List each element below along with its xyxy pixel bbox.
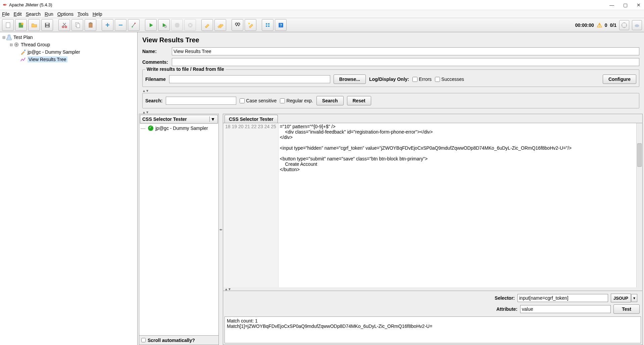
name-input[interactable] <box>172 47 639 55</box>
case-checkbox[interactable]: Case sensitive <box>240 98 277 103</box>
browse-button[interactable]: Browse... <box>334 75 366 84</box>
cut-button[interactable] <box>58 19 70 31</box>
expand-button[interactable]: + <box>102 19 113 31</box>
chevron-down-icon[interactable]: ▼ <box>631 294 637 302</box>
help-button[interactable]: ? <box>275 19 287 31</box>
response-code-area[interactable]: 18 19 20 21 22 23 24 25 ="10" pattern="^… <box>223 123 642 287</box>
svg-point-16 <box>235 23 238 25</box>
menu-tools[interactable]: Tools <box>78 11 89 17</box>
search-input[interactable] <box>166 97 236 105</box>
tree-toggle-icon[interactable]: ⊟ <box>1 35 6 40</box>
app-icon: ✒ <box>3 2 7 8</box>
tab-css-tester[interactable]: CSS Selector Tester <box>225 115 278 123</box>
svg-point-14 <box>164 25 166 28</box>
file-legend: Write results to file / Read from file <box>145 66 226 72</box>
svg-point-13 <box>134 22 135 23</box>
success-icon <box>148 126 153 131</box>
reset-search-button[interactable] <box>245 19 256 31</box>
svg-point-6 <box>62 26 64 28</box>
results-tree[interactable]: — jp@gc - Dummy Sampler <box>139 124 218 335</box>
maximize-button[interactable]: ▢ <box>623 2 628 8</box>
tree-toggle-icon[interactable]: ⊟ <box>9 43 13 47</box>
collapse-arrows-3[interactable]: ▲▼ <box>223 287 642 291</box>
filename-input[interactable] <box>169 75 330 83</box>
start-no-timers-button[interactable] <box>158 19 170 31</box>
paste-button[interactable] <box>85 19 96 31</box>
logonly-label: Log/Display Only: <box>369 77 409 82</box>
copy-button[interactable] <box>71 19 83 31</box>
menu-file[interactable]: File <box>2 11 10 17</box>
search-fieldset: Search: Case sensitive Regular exp. Sear… <box>142 93 639 108</box>
collapse-button[interactable]: − <box>115 19 127 31</box>
successes-checkbox[interactable]: Successes <box>435 77 464 82</box>
collapse-arrows[interactable]: ▲▼ <box>138 89 644 92</box>
match-results[interactable]: Match count: 1 Match[1]=jZWOYBqFDvEjoCxS… <box>225 316 641 343</box>
search-button[interactable]: Search <box>316 96 344 105</box>
errors-checkbox[interactable]: Errors <box>412 77 432 82</box>
clear-all-button[interactable] <box>214 19 226 31</box>
tree-node-thread-group[interactable]: ⊟ Thread Group <box>0 41 137 48</box>
file-fieldset: Write results to file / Read from file F… <box>142 69 639 87</box>
svg-rect-11 <box>90 22 91 23</box>
svg-text:?: ? <box>280 23 282 27</box>
selector-input[interactable] <box>517 294 608 302</box>
minimize-button[interactable]: — <box>609 2 614 8</box>
gear-icon <box>13 42 19 48</box>
threads-button[interactable] <box>619 20 629 30</box>
shutdown-button[interactable] <box>184 19 196 31</box>
clear-button[interactable] <box>201 19 213 31</box>
result-sample-item[interactable]: — jp@gc - Dummy Sampler <box>141 126 217 131</box>
code-content[interactable]: ="10" pattern="^[0-9]+$" /> <div class="… <box>279 123 636 287</box>
svg-rect-4 <box>46 23 48 24</box>
match-count: Match count: 1 <box>227 318 639 324</box>
test-plan-tree[interactable]: ⊟ Test Plan ⊟ Thread Group jp@gc - Dummy… <box>0 32 138 345</box>
svg-rect-5 <box>46 25 48 27</box>
new-button[interactable] <box>2 19 14 31</box>
svg-rect-22 <box>268 25 269 27</box>
collapse-arrows-2[interactable]: ▲▼ <box>138 110 644 114</box>
renderer-combo[interactable]: CSS Selector Tester▼ <box>140 115 218 124</box>
scroll-auto-checkbox[interactable] <box>141 338 146 342</box>
svg-rect-21 <box>266 25 267 27</box>
splitter[interactable]: ◂▸ <box>219 114 222 345</box>
menu-options[interactable]: Options <box>57 11 73 17</box>
svg-point-12 <box>132 26 133 27</box>
selector-label: Selector: <box>491 295 515 301</box>
search-tb-button[interactable] <box>232 19 243 31</box>
menu-help[interactable]: Help <box>93 11 102 17</box>
warning-icon[interactable]: ⚠ <box>597 21 602 29</box>
window-titlebar: ✒ Apache JMeter (5.4.3) — ▢ ✕ <box>0 0 644 10</box>
svg-point-28 <box>16 44 17 45</box>
start-button[interactable] <box>145 19 157 31</box>
regex-checkbox[interactable]: Regular exp. <box>280 98 313 103</box>
cloud-button[interactable] <box>632 20 642 30</box>
search-label: Search: <box>145 98 162 103</box>
stop-button[interactable] <box>171 19 183 31</box>
svg-rect-9 <box>77 23 80 28</box>
menu-edit[interactable]: Edit <box>14 11 22 17</box>
reset-button[interactable]: Reset <box>347 96 371 105</box>
svg-rect-20 <box>268 23 269 24</box>
function-helper-button[interactable] <box>262 19 274 31</box>
close-button[interactable]: ✕ <box>636 2 641 8</box>
toggle-button[interactable] <box>128 19 140 31</box>
test-button[interactable]: Test <box>613 304 640 314</box>
open-button[interactable] <box>28 19 40 31</box>
menu-search[interactable]: Search <box>26 11 41 17</box>
svg-point-29 <box>24 50 26 51</box>
tree-node-test-plan[interactable]: ⊟ Test Plan <box>0 34 137 41</box>
tree-node-listener[interactable]: View Results Tree <box>0 56 137 63</box>
save-button[interactable] <box>41 19 53 31</box>
chevron-down-icon: ▼ <box>209 116 216 122</box>
attribute-input[interactable] <box>520 305 611 313</box>
comments-input[interactable] <box>172 58 639 66</box>
filename-label: Filename <box>145 77 166 82</box>
vertical-scrollbar[interactable] <box>636 123 642 287</box>
tree-node-sampler[interactable]: jp@gc - Dummy Sampler <box>0 48 137 56</box>
menu-run[interactable]: Run <box>45 11 53 17</box>
configure-button[interactable]: Configure <box>603 75 636 84</box>
svg-point-2 <box>21 22 23 25</box>
svg-point-18 <box>248 22 250 24</box>
engine-combo[interactable]: JSOUP ▼ <box>611 294 631 302</box>
templates-button[interactable] <box>15 19 27 31</box>
